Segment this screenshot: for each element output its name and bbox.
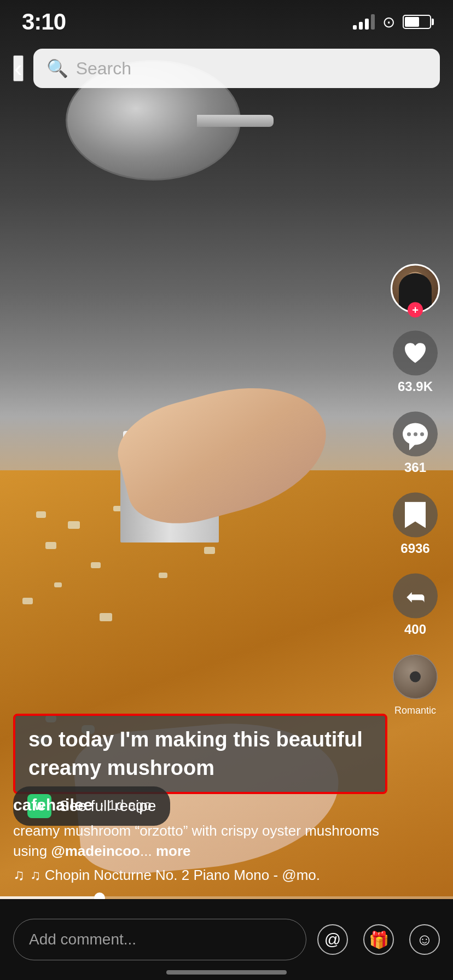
onion-piece [204, 547, 215, 554]
caption-text: so today I'm making this beautiful cream… [28, 728, 363, 779]
at-icon: @ [324, 930, 341, 949]
onion-piece [45, 542, 56, 549]
like-count: 63.9K [398, 379, 433, 394]
bottom-action-icons: @ 🎁 ☺ [317, 924, 440, 955]
creator-info: cafehailee · 1d ago creamy mushroom “orz… [13, 796, 387, 884]
pan-handle [197, 115, 274, 127]
signal-bar-3 [365, 19, 369, 30]
bookmark-button[interactable]: 6936 [393, 493, 438, 556]
comment-dot-1 [407, 432, 411, 436]
onion-piece [159, 573, 167, 578]
bottom-bar: Add comment... @ 🎁 ☺ [0, 899, 453, 980]
battery-icon [403, 15, 431, 29]
disc-inner [394, 656, 437, 698]
comment-dot-2 [414, 432, 417, 436]
signal-bar-4 [371, 14, 375, 30]
comment-bubble-icon [403, 423, 428, 445]
more-button[interactable]: more [156, 843, 191, 859]
music-note-icon: ♫ [13, 866, 25, 884]
like-icon-circle [393, 331, 438, 376]
music-disc-button[interactable]: Romantic [393, 655, 438, 716]
emoji-icon: ☺ [416, 930, 433, 949]
status-bar: 3:10 ⊙ [0, 0, 453, 44]
comment-placeholder: Add comment... [29, 931, 136, 948]
bookmark-count: 6936 [400, 541, 429, 556]
bookmark-icon [405, 502, 426, 528]
like-button[interactable]: 63.9K [393, 331, 438, 394]
status-time: 3:10 [22, 9, 66, 35]
onion-piece [91, 562, 101, 568]
creator-description: creamy mushroom “orzotto” with crispy oy… [13, 821, 387, 861]
comment-input[interactable]: Add comment... [13, 919, 306, 960]
comment-dot-3 [420, 432, 424, 436]
signal-icon [353, 14, 375, 30]
heart-icon [403, 341, 428, 365]
search-icon: 🔍 [47, 58, 68, 79]
caption-box: so today I'm making this beautiful cream… [13, 714, 387, 794]
creator-avatar-wrap[interactable]: + [391, 264, 440, 313]
share-button[interactable]: ➦ 400 [393, 574, 438, 637]
search-placeholder-text: Search [76, 59, 131, 79]
action-buttons: + 63.9K 361 6936 [391, 264, 440, 716]
mention-tag[interactable]: @madeincoo [51, 843, 140, 859]
battery-fill [405, 17, 419, 27]
music-title: ♫ Chopin Nocturne No. 2 Piano Mono - @mo… [30, 867, 320, 884]
disc-center [410, 672, 421, 682]
signal-bar-1 [353, 25, 357, 30]
onion-piece [68, 521, 80, 529]
onion-piece [54, 582, 62, 587]
onion-piece [100, 613, 112, 621]
gift-icon: 🎁 [369, 930, 389, 949]
emoji-icon-button[interactable]: ☺ [409, 924, 440, 955]
home-indicator [166, 970, 287, 975]
creator-name-row: cafehailee · 1d ago [13, 796, 387, 814]
bookmark-icon-circle [393, 493, 438, 538]
onion-piece [36, 511, 46, 518]
creator-name[interactable]: cafehailee [13, 796, 92, 814]
comment-button[interactable]: 361 [393, 412, 438, 475]
time-ago: · 1d ago [100, 797, 152, 814]
status-icons: ⊙ [353, 13, 431, 31]
music-disc-icon [393, 655, 438, 699]
back-button[interactable]: ‹ [13, 55, 24, 81]
at-mention-icon-button[interactable]: @ [317, 924, 348, 955]
follow-plus-badge: + [408, 302, 423, 318]
comment-icon-circle [393, 412, 438, 457]
share-icon-circle: ➦ [393, 574, 438, 619]
comment-count: 361 [404, 460, 426, 475]
share-count: 400 [404, 622, 426, 637]
signal-bar-2 [359, 22, 363, 30]
romantic-label: Romantic [394, 705, 436, 716]
share-icon: ➦ [405, 582, 426, 610]
caption-overlay: so today I'm making this beautiful cream… [13, 714, 387, 794]
search-bar-container: ‹ 🔍 Search [0, 41, 453, 96]
music-row: ♫ ♫ Chopin Nocturne No. 2 Piano Mono - @… [13, 866, 387, 884]
onion-piece [22, 598, 33, 604]
wifi-icon: ⊙ [382, 13, 395, 31]
gift-icon-button[interactable]: 🎁 [363, 924, 394, 955]
search-bar[interactable]: 🔍 Search [33, 49, 440, 88]
